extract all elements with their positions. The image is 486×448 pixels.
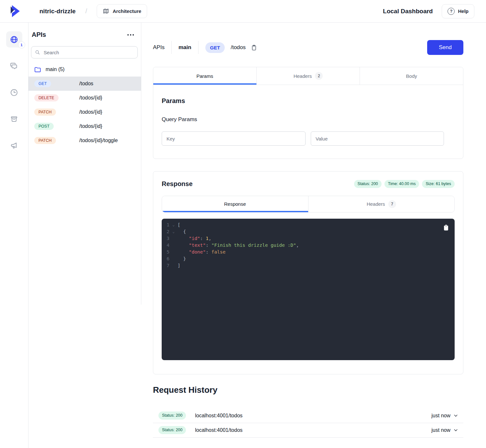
- question-icon: ?: [448, 8, 455, 15]
- globe-icon: [10, 35, 18, 44]
- architecture-label: Architecture: [113, 8, 141, 14]
- fold-icon[interactable]: ⌄: [169, 228, 178, 235]
- search-input[interactable]: [31, 46, 138, 58]
- method-badge: POST: [34, 123, 54, 130]
- nav-item-schedules[interactable]: [6, 84, 22, 100]
- nav-item-topics[interactable]: [6, 137, 22, 153]
- history-status-badge: Status: 200: [158, 412, 186, 420]
- architecture-button[interactable]: Architecture: [97, 4, 147, 18]
- code-text: "done": false: [178, 249, 225, 255]
- param-key-input[interactable]: [162, 131, 306, 146]
- gutter-spacer: [169, 255, 178, 262]
- line-number: 4: [166, 242, 169, 249]
- line-number: 6: [166, 255, 169, 262]
- send-button[interactable]: Send: [427, 40, 463, 55]
- response-headers-count-badge: 7: [388, 200, 396, 208]
- code-text: [: [178, 222, 180, 228]
- endpoint-path: /todos: [79, 81, 93, 87]
- breadcrumb-api-name[interactable]: main: [178, 44, 191, 51]
- endpoint-path: /todos/{id}: [79, 123, 102, 129]
- breadcrumb-separator: /: [85, 7, 87, 15]
- endpoint-row[interactable]: PATCH /todos/{id}: [28, 105, 141, 119]
- tab-params[interactable]: Params: [153, 67, 256, 85]
- endpoint-path: /todos/{id}/toggle: [79, 138, 118, 143]
- ellipsis-menu-icon[interactable]: [127, 32, 135, 37]
- help-label: Help: [458, 8, 469, 14]
- clock-icon: [10, 88, 18, 97]
- nav-item-websockets[interactable]: [6, 58, 22, 74]
- request-history-list: Status: 200 localhost:4001/todos just no…: [153, 409, 463, 438]
- endpoint-path: /todos/{id}: [79, 95, 102, 101]
- line-number: 1: [166, 222, 169, 228]
- copy-response-button[interactable]: [443, 224, 449, 232]
- main-content: APIs main GET /todos Send Para: [141, 23, 486, 448]
- code-line: 1⌄[: [162, 222, 455, 228]
- request-card: Params Headers 2 Body Params Query Param…: [153, 67, 463, 159]
- chevron-down-icon[interactable]: [453, 413, 458, 418]
- param-value-input[interactable]: [311, 131, 444, 146]
- endpoint-row[interactable]: DELETE /todos/{id}: [28, 91, 141, 105]
- tab-response[interactable]: Response: [162, 196, 308, 212]
- chat-icon: [10, 62, 18, 70]
- gutter-spacer: [169, 249, 178, 255]
- endpoint-row[interactable]: POST /todos/{id}: [28, 119, 141, 133]
- endpoint-path: /todos/{id}: [79, 109, 102, 115]
- headers-count-badge: 2: [315, 72, 323, 80]
- code-line: 6 }: [162, 255, 455, 262]
- search-icon: [35, 49, 40, 55]
- request-history-section: Request History Status: 200 localhost:40…: [153, 385, 463, 438]
- fold-icon[interactable]: ⌄: [169, 222, 178, 228]
- code-text: "id": 1,: [178, 235, 211, 242]
- request-path: /todos: [231, 44, 245, 51]
- tab-response-headers[interactable]: Headers 7: [308, 196, 455, 212]
- clipboard-icon: [251, 44, 257, 51]
- gutter-spacer: [169, 235, 178, 242]
- method-badge: PATCH: [34, 109, 56, 116]
- code-line: 7]: [162, 262, 455, 269]
- status-badge: Status: 200: [354, 180, 382, 188]
- api-sidebar: APIs main (5) GET /todos: [28, 23, 141, 305]
- response-heading: Response: [162, 180, 193, 188]
- nav-item-apis[interactable]: 1: [6, 31, 22, 47]
- help-button[interactable]: ? Help: [442, 4, 474, 18]
- params-panel: Params Query Params: [153, 85, 463, 159]
- code-text: }: [178, 255, 186, 262]
- request-method-pill: GET: [205, 42, 225, 53]
- history-url: localhost:4001/todos: [195, 413, 243, 419]
- folder-icon: [34, 66, 41, 73]
- history-time: just now: [431, 413, 450, 419]
- code-text: {: [178, 228, 186, 235]
- endpoint-list: GET /todos DELETE /todos/{id} PATCH /tod…: [28, 77, 141, 148]
- code-line: 4 "text": "Finish this drizzle guide :D"…: [162, 242, 455, 249]
- nitric-logo[interactable]: [6, 4, 22, 19]
- request-tab-bar: Params Headers 2 Body: [153, 67, 463, 85]
- code-line: 2⌄ {: [162, 228, 455, 235]
- nav-item-storage[interactable]: [6, 111, 22, 127]
- query-params-subheading: Query Params: [162, 116, 455, 123]
- line-number: 2: [166, 228, 169, 235]
- code-text: "text": "Finish this drizzle guide :D",: [178, 242, 299, 249]
- copy-path-button[interactable]: [250, 44, 258, 52]
- api-count-badge: 1: [18, 41, 25, 48]
- api-group-main[interactable]: main (5): [28, 65, 141, 74]
- tab-headers[interactable]: Headers 2: [256, 67, 360, 85]
- method-badge: DELETE: [34, 94, 59, 102]
- request-history-heading: Request History: [153, 385, 463, 395]
- time-badge: Time: 40.00 ms: [384, 180, 419, 188]
- endpoint-row[interactable]: PATCH /todos/{id}/toggle: [28, 133, 141, 148]
- top-bar: nitric-drizzle / Architecture Local Dash…: [0, 0, 486, 23]
- nav-rail: 1: [0, 23, 28, 448]
- endpoint-row[interactable]: GET /todos: [28, 77, 141, 91]
- history-row[interactable]: Status: 200 localhost:4001/todos just no…: [153, 409, 463, 423]
- method-badge: PATCH: [34, 137, 56, 144]
- tab-body[interactable]: Body: [360, 67, 463, 85]
- history-row[interactable]: Status: 200 localhost:4001/todos just no…: [153, 423, 463, 438]
- code-line: 3 "id": 1,: [162, 235, 455, 242]
- page-title: Local Dashboard: [383, 8, 433, 15]
- line-number: 5: [166, 249, 169, 255]
- response-code-editor[interactable]: 1⌄[2⌄ {3 "id": 1,4 "text": "Finish this …: [162, 219, 455, 360]
- gutter-spacer: [169, 262, 178, 269]
- archive-icon: [10, 115, 18, 123]
- line-number: 7: [166, 262, 169, 269]
- chevron-down-icon[interactable]: [453, 428, 458, 432]
